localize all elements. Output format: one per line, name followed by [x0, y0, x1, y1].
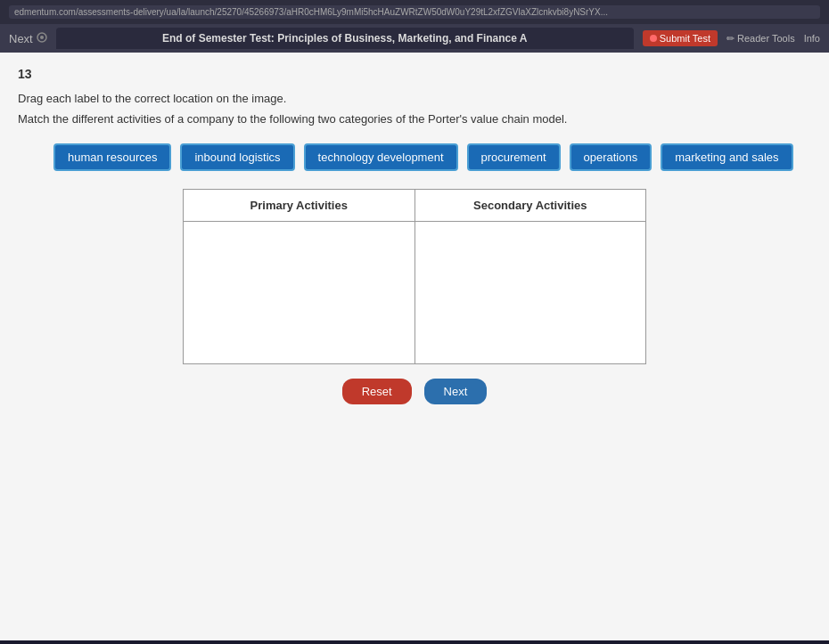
col1-header: Primary Activities	[184, 190, 415, 222]
label-human-resources[interactable]: human resources	[53, 143, 171, 171]
submit-test-button[interactable]: Submit Test	[643, 30, 718, 46]
label-marketing-and-sales[interactable]: marketing and sales	[661, 143, 792, 171]
secondary-activities-drop-zone[interactable]	[414, 222, 646, 364]
next-button[interactable]: Next	[424, 379, 488, 404]
pencil-icon: ✏	[726, 33, 735, 45]
primary-activities-drop-zone[interactable]	[184, 222, 415, 364]
button-row: Reset Next	[18, 379, 811, 404]
activity-table: Primary Activities Secondary Activities	[183, 189, 646, 364]
table-wrapper: Primary Activities Secondary Activities	[183, 189, 646, 364]
question-text: Match the different activities of a comp…	[18, 112, 811, 126]
label-operations[interactable]: operations	[570, 143, 653, 171]
submit-test-label: Submit Test	[660, 33, 710, 44]
tab-bar: Next End of Semester Test: Principles of…	[0, 24, 829, 53]
primary-drop-area[interactable]	[191, 229, 407, 356]
reader-tools-label: Reader Tools	[737, 33, 795, 44]
label-procurement[interactable]: procurement	[467, 143, 561, 171]
secondary-drop-area[interactable]	[423, 229, 639, 356]
svg-point-1	[40, 36, 44, 39]
main-content: 13 Drag each label to the correct locati…	[0, 53, 829, 640]
nav-prev[interactable]: Next	[9, 32, 47, 45]
label-technology-development[interactable]: technology development	[304, 143, 458, 171]
labels-container: human resources inbound logistics techno…	[18, 143, 811, 171]
info-label: Info	[804, 33, 820, 44]
svg-point-2	[650, 35, 657, 42]
next-nav-label[interactable]: Next	[9, 32, 33, 45]
tab-actions: Submit Test ✏ Reader Tools Info	[643, 30, 820, 46]
tab-title: End of Semester Test: Principles of Busi…	[56, 28, 634, 49]
question-number: 13	[18, 67, 811, 81]
instruction-text: Drag each label to the correct location …	[18, 92, 811, 105]
submit-test-dot	[650, 33, 657, 44]
info-button[interactable]: Info	[804, 33, 820, 44]
circle-dot-icon	[37, 32, 47, 45]
label-inbound-logistics[interactable]: inbound logistics	[180, 143, 294, 171]
reader-tools-button[interactable]: ✏ Reader Tools	[726, 33, 795, 45]
reset-button[interactable]: Reset	[342, 379, 412, 404]
col2-header: Secondary Activities	[414, 190, 646, 222]
browser-url-bar: edmentum.com/assessments-delivery/ua/la/…	[0, 0, 829, 24]
url-text: edmentum.com/assessments-delivery/ua/la/…	[9, 5, 820, 19]
